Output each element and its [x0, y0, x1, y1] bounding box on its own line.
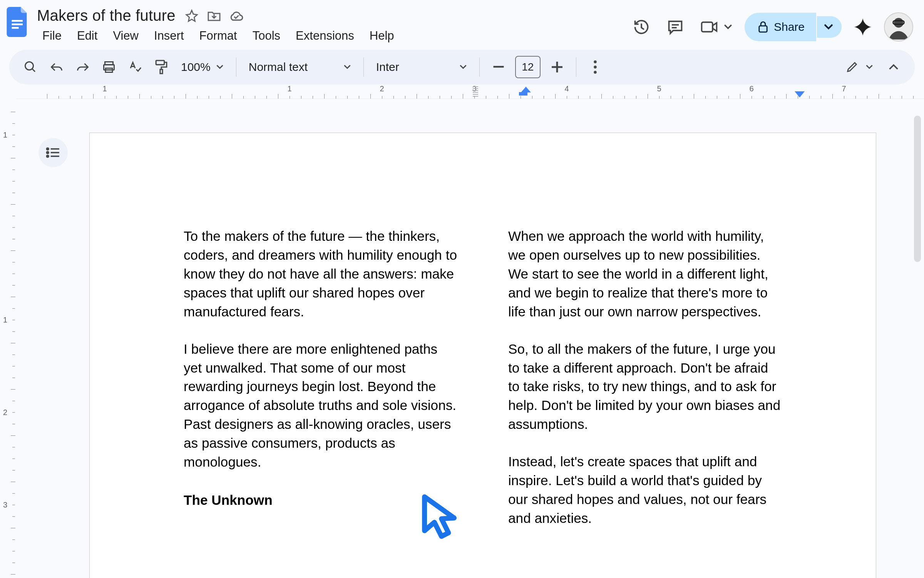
svg-point-22	[594, 71, 597, 74]
share-label: Share	[774, 20, 805, 34]
paragraph[interactable]: I believe there are more enlightened pat…	[184, 340, 457, 472]
ruler-number: 2	[380, 84, 384, 93]
chevron-down-icon	[459, 65, 467, 69]
history-icon[interactable]	[631, 16, 652, 38]
svg-rect-19	[552, 66, 562, 68]
chevron-down-icon	[343, 65, 351, 69]
redo-icon[interactable]	[72, 56, 94, 78]
svg-point-23	[47, 148, 49, 150]
ruler-number: 5	[657, 84, 661, 93]
paragraph[interactable]: To the makers of the future — the thinke…	[184, 227, 457, 321]
svg-point-10	[25, 62, 33, 70]
svg-point-20	[594, 60, 597, 64]
svg-point-21	[594, 66, 597, 69]
spellcheck-icon[interactable]	[124, 56, 146, 78]
share-button[interactable]: Share	[745, 13, 816, 41]
menu-help[interactable]: Help	[363, 27, 401, 44]
document-canvas[interactable]: To the makers of the future — the thinke…	[16, 126, 924, 578]
font-value: Inter	[376, 60, 399, 74]
undo-icon[interactable]	[45, 56, 68, 78]
docs-logo[interactable]	[5, 5, 31, 39]
menu-insert[interactable]: Insert	[147, 27, 191, 44]
separator	[363, 57, 364, 77]
ruler-number: 2	[3, 408, 7, 417]
more-tools-icon[interactable]	[584, 56, 606, 78]
font-select[interactable]: Inter	[372, 60, 472, 74]
indent-start-marker[interactable]	[521, 87, 531, 92]
menu-edit[interactable]: Edit	[70, 27, 104, 44]
zoom-value: 100%	[181, 60, 211, 74]
account-avatar[interactable]	[884, 12, 913, 42]
zoom-select[interactable]: 100%	[176, 60, 228, 74]
font-size-input[interactable]	[515, 56, 541, 78]
ruler-number: 1	[3, 316, 7, 324]
separator	[236, 57, 236, 77]
ruler-number: 4	[564, 84, 569, 93]
chevron-down-icon	[865, 65, 873, 69]
chevron-down-icon	[216, 65, 224, 69]
separator	[576, 57, 576, 77]
cloud-status-icon[interactable]	[229, 8, 244, 24]
ruler-number: 3	[3, 501, 7, 509]
paragraph[interactable]: So, to all the makers of the future, I u…	[508, 340, 782, 434]
svg-rect-15	[156, 60, 164, 65]
style-select[interactable]: Normal text	[244, 60, 356, 74]
menu-view[interactable]: View	[106, 27, 146, 44]
chevron-down-icon	[824, 24, 833, 30]
svg-rect-16	[160, 69, 162, 74]
style-value: Normal text	[249, 60, 308, 74]
lock-icon	[758, 21, 768, 33]
paint-format-icon[interactable]	[150, 56, 172, 78]
column-break-marker	[473, 86, 478, 97]
meet-dropdown-icon[interactable]	[724, 24, 732, 30]
svg-rect-17	[493, 66, 504, 68]
indent-start-base[interactable]	[519, 92, 527, 96]
move-icon[interactable]	[206, 8, 222, 24]
print-icon[interactable]	[98, 56, 120, 78]
ruler-number: 1	[102, 84, 107, 93]
toolbar: 100% Normal text Inter	[9, 50, 915, 84]
menu-bar: File Edit View Insert Format Tools Exten…	[34, 24, 401, 44]
svg-point-25	[47, 152, 49, 154]
document-body[interactable]: To the makers of the future — the thinke…	[90, 133, 876, 533]
svg-rect-5	[701, 22, 712, 32]
comments-icon[interactable]	[665, 16, 686, 38]
search-icon[interactable]	[19, 56, 42, 78]
svg-point-27	[47, 155, 49, 157]
svg-point-8	[894, 18, 903, 28]
vertical-ruler[interactable]: 1 1 2 3	[0, 112, 16, 578]
svg-rect-1	[12, 24, 23, 25]
collapse-toolbar-icon[interactable]	[882, 56, 905, 78]
paragraph[interactable]: Instead, let's create spaces that uplift…	[508, 452, 782, 528]
ruler-number: 1	[3, 131, 7, 139]
meet-icon[interactable]	[698, 16, 720, 38]
scrollbar-thumb[interactable]	[914, 116, 921, 262]
menu-file[interactable]: File	[35, 27, 69, 44]
star-icon[interactable]	[184, 8, 199, 24]
ruler-number: 1	[287, 84, 291, 93]
indent-end-marker[interactable]	[795, 91, 805, 97]
gemini-icon[interactable]	[854, 18, 872, 36]
document-title[interactable]: Makers of the future	[37, 7, 176, 24]
menu-extensions[interactable]: Extensions	[289, 27, 361, 44]
document-page[interactable]: To the makers of the future — the thinke…	[89, 133, 876, 578]
ruler-number: 6	[749, 84, 753, 93]
title-area: Makers of the future File Edit View Inse…	[34, 5, 401, 44]
menu-format[interactable]: Format	[192, 27, 244, 44]
svg-line-11	[32, 69, 35, 72]
pencil-icon	[845, 60, 859, 74]
svg-rect-0	[12, 20, 23, 22]
decrease-font-icon[interactable]	[487, 56, 510, 78]
editing-mode-select[interactable]	[840, 60, 879, 74]
heading[interactable]: The Unknown	[184, 491, 457, 510]
horizontal-ruler[interactable]: 1 1 2 3 4 5 6 7	[16, 84, 924, 99]
increase-font-icon[interactable]	[546, 56, 568, 78]
separator	[479, 57, 480, 77]
menu-tools[interactable]: Tools	[246, 27, 287, 44]
share-dropdown[interactable]	[817, 16, 842, 38]
svg-rect-2	[12, 27, 18, 29]
paragraph[interactable]: When we approach the world with humility…	[508, 227, 782, 321]
outline-toggle-icon[interactable]	[38, 138, 68, 167]
header-bar: Makers of the future File Edit View Inse…	[0, 0, 924, 44]
svg-rect-6	[759, 26, 767, 32]
